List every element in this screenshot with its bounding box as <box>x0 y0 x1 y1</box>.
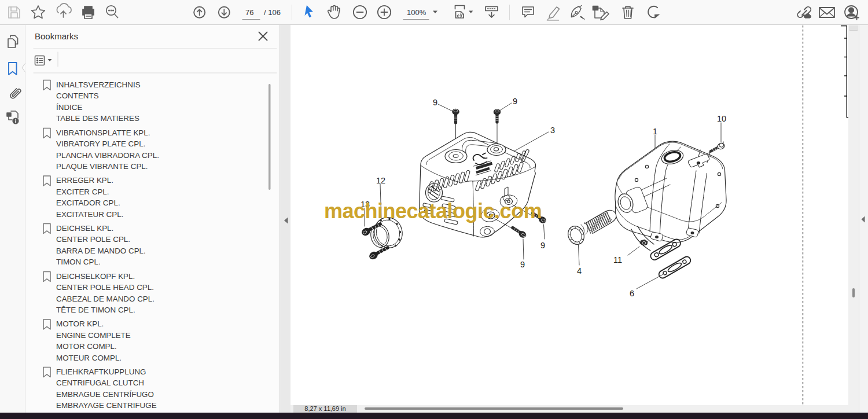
svg-text:10: 10 <box>717 114 726 123</box>
svg-text:6: 6 <box>630 289 634 298</box>
svg-text:3: 3 <box>550 126 555 135</box>
svg-text:9: 9 <box>540 241 545 250</box>
svg-text:machinecatalogic.com: machinecatalogic.com <box>324 199 542 223</box>
svg-text:11: 11 <box>613 255 622 264</box>
svg-text:9: 9 <box>433 98 437 107</box>
svg-text:1: 1 <box>653 127 657 136</box>
svg-text:4: 4 <box>577 266 582 275</box>
svg-text:9: 9 <box>513 97 517 106</box>
svg-text:9: 9 <box>520 260 525 269</box>
svg-text:12: 12 <box>376 176 385 185</box>
